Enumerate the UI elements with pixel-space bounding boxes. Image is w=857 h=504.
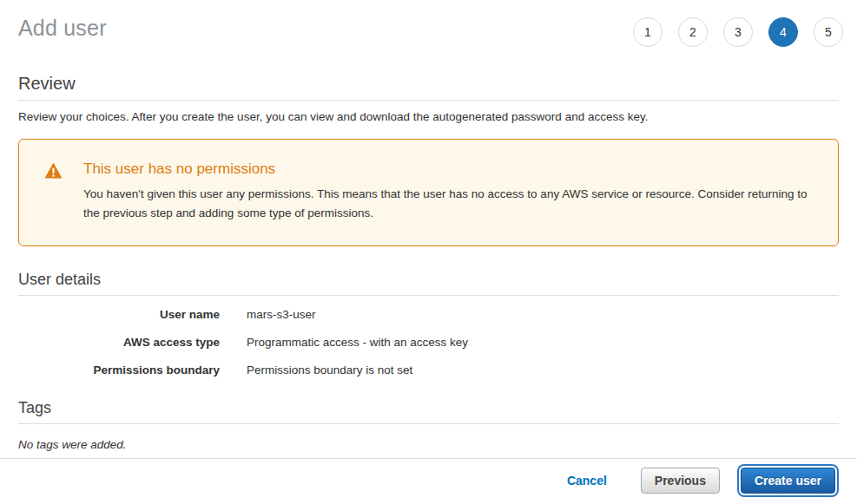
warning-title: This user has no permissions xyxy=(83,160,821,178)
wizard-content: Review Review your choices. After you cr… xyxy=(0,47,857,458)
warning-text-block: This user has no permissions You haven't… xyxy=(83,160,821,225)
detail-value: Programmatic access - with an access key xyxy=(247,336,468,349)
review-divider xyxy=(18,100,839,101)
tags-empty-text: No tags were added. xyxy=(18,438,839,451)
detail-label: AWS access type xyxy=(18,336,220,349)
step-indicator: 1 2 3 4 5 xyxy=(633,14,843,47)
tags-divider xyxy=(18,423,839,424)
step-5[interactable]: 5 xyxy=(814,17,843,47)
user-details-table: User name mars-s3-user AWS access type P… xyxy=(18,308,839,376)
step-1[interactable]: 1 xyxy=(633,17,663,47)
tags-heading: Tags xyxy=(18,399,839,417)
step-3[interactable]: 3 xyxy=(723,17,753,47)
wizard-footer: Cancel Previous Create user xyxy=(0,458,857,504)
detail-row-permissions-boundary: Permissions boundary Permissions boundar… xyxy=(18,363,839,376)
step-2[interactable]: 2 xyxy=(678,17,708,47)
add-user-wizard-page: Add user 1 2 3 4 5 Review Review your ch… xyxy=(0,0,857,504)
detail-label: User name xyxy=(18,308,220,321)
detail-row-access-type: AWS access type Programmatic access - wi… xyxy=(18,336,839,349)
detail-value: mars-s3-user xyxy=(247,308,316,321)
page-title: Add user xyxy=(18,14,107,41)
wizard-header: Add user 1 2 3 4 5 xyxy=(0,0,857,47)
user-details-heading: User details xyxy=(18,271,839,289)
detail-label: Permissions boundary xyxy=(18,363,220,376)
create-user-button[interactable]: Create user xyxy=(741,468,835,494)
detail-value: Permissions boundary is not set xyxy=(247,363,412,376)
warning-body: You haven't given this user any permissi… xyxy=(83,185,821,223)
step-4[interactable]: 4 xyxy=(768,17,798,47)
review-description: Review your choices. After you create th… xyxy=(18,110,839,123)
detail-row-user-name: User name mars-s3-user xyxy=(18,308,839,321)
cancel-link[interactable]: Cancel xyxy=(567,474,607,488)
review-heading: Review xyxy=(18,74,839,94)
user-details-divider xyxy=(18,295,839,296)
warning-triangle-icon xyxy=(44,160,63,225)
no-permissions-warning: This user has no permissions You haven't… xyxy=(18,139,839,246)
previous-button[interactable]: Previous xyxy=(641,468,720,494)
